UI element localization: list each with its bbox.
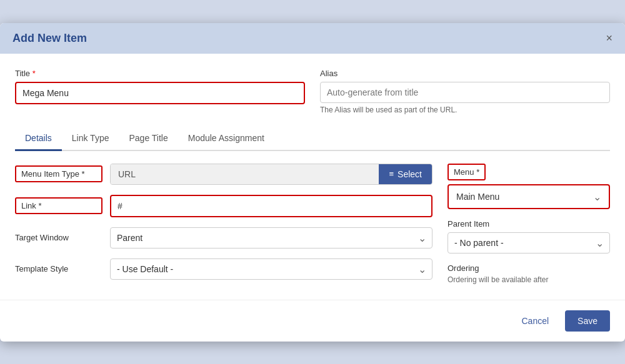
select-button[interactable]: ≡ Select: [379, 164, 432, 184]
save-button[interactable]: Save: [565, 310, 610, 332]
alias-input[interactable]: [320, 82, 610, 103]
tab-page-title[interactable]: Page Title: [119, 127, 178, 151]
template-style-row: Template Style - Use Default -: [15, 258, 432, 280]
close-button[interactable]: ×: [606, 32, 612, 44]
link-control: [110, 195, 432, 217]
modal-title: Add New Item: [12, 32, 87, 45]
menu-select-inner: Main Menu: [450, 187, 608, 207]
menu-group: Menu * Main Menu: [448, 164, 610, 209]
modal-header: Add New Item ×: [0, 23, 625, 54]
ordering-label: Ordering: [448, 263, 610, 273]
template-style-label: Template Style: [15, 264, 102, 273]
menu-select[interactable]: Main Menu: [450, 187, 608, 207]
tab-right-column: Menu * Main Menu Parent Item -: [448, 164, 610, 290]
tabs-bar: Details Link Type Page Title Module Assi…: [15, 127, 610, 151]
target-window-row: Target Window Parent: [15, 227, 432, 248]
top-form-row: Title * Alias The Alias will be used as …: [15, 69, 610, 114]
menu-select-wrapper: Main Menu: [448, 184, 610, 209]
add-new-item-modal: Add New Item × Title * Alias The Alias w…: [0, 23, 625, 342]
link-input[interactable]: [110, 195, 432, 217]
title-group: Title *: [15, 69, 305, 114]
menu-item-type-value: URL: [111, 164, 379, 184]
link-row: Link *: [15, 195, 432, 217]
title-input[interactable]: [15, 82, 305, 104]
menu-item-type-control: URL ≡ Select: [110, 164, 432, 185]
template-style-control: - Use Default -: [110, 258, 432, 280]
modal-body: Title * Alias The Alias will be used as …: [0, 54, 625, 290]
ordering-section: Ordering Ordering will be available afte…: [448, 263, 610, 284]
tab-link-type[interactable]: Link Type: [62, 127, 119, 151]
title-label: Title *: [15, 69, 305, 78]
alias-label: Alias: [320, 69, 610, 78]
menu-item-type-row: Menu Item Type * URL ≡ Select: [15, 164, 432, 185]
target-window-control: Parent: [110, 227, 432, 248]
target-window-wrapper: Parent: [110, 227, 432, 248]
alias-hint: The Alias will be used as part of the UR…: [320, 106, 610, 114]
menu-item-type-label: Menu Item Type *: [15, 165, 102, 182]
cancel-button[interactable]: Cancel: [511, 311, 559, 331]
menu-field-label: Menu *: [448, 164, 486, 180]
tab-module-assignment[interactable]: Module Assignment: [178, 127, 274, 151]
parent-item-select[interactable]: - No parent -: [448, 232, 610, 253]
tab-content: Menu Item Type * URL ≡ Select Link *: [15, 164, 610, 290]
tab-left-column: Menu Item Type * URL ≡ Select Link *: [15, 164, 432, 290]
link-label: Link *: [15, 197, 102, 214]
modal-footer: Cancel Save: [0, 300, 625, 342]
parent-item-wrapper: - No parent -: [448, 232, 610, 253]
parent-item-group: Parent Item - No parent -: [448, 219, 610, 253]
parent-item-label: Parent Item: [448, 219, 610, 229]
menu-item-type-selector: URL ≡ Select: [110, 164, 432, 185]
tab-details[interactable]: Details: [15, 127, 62, 151]
template-style-wrapper: - Use Default -: [110, 258, 432, 280]
ordering-hint: Ordering will be available after: [448, 275, 610, 284]
template-style-select[interactable]: - Use Default -: [110, 258, 432, 280]
alias-group: Alias The Alias will be used as part of …: [320, 69, 610, 114]
target-window-label: Target Window: [15, 233, 102, 242]
list-icon: ≡: [389, 169, 394, 179]
target-window-select[interactable]: Parent: [110, 227, 432, 248]
